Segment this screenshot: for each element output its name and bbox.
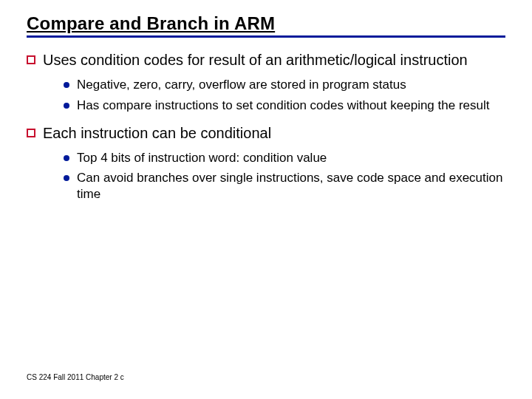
sub-bullet-text: Negative, zero, carry, overflow are stor… xyxy=(77,78,406,92)
sub-bullet-item: Can avoid branches over single instructi… xyxy=(64,170,505,202)
dot-bullet-icon xyxy=(64,155,69,161)
bullet-list: Uses condition codes for result of an ar… xyxy=(27,51,505,202)
sub-bullet-text: Has compare instructions to set conditio… xyxy=(77,98,489,112)
sub-bullet-item: Top 4 bits of instruction word: conditio… xyxy=(64,150,505,166)
slide-footer: CS 224 Fall 2011 Chapter 2 c xyxy=(27,373,124,381)
sub-bullet-item: Has compare instructions to set conditio… xyxy=(64,98,505,114)
dot-bullet-icon xyxy=(64,175,69,181)
slide: Compare and Branch in ARM Uses condition… xyxy=(0,0,532,399)
bullet-item: Each instruction can be conditional Top … xyxy=(27,124,505,202)
sub-bullet-text: Can avoid branches over single instructi… xyxy=(77,171,502,201)
dot-bullet-icon xyxy=(64,103,69,109)
bullet-text: Uses condition codes for result of an ar… xyxy=(43,52,468,68)
bullet-item: Uses condition codes for result of an ar… xyxy=(27,51,505,114)
sub-bullet-list: Negative, zero, carry, overflow are stor… xyxy=(64,77,505,114)
bullet-text: Each instruction can be conditional xyxy=(43,125,271,141)
square-bullet-icon xyxy=(27,55,35,64)
sub-bullet-item: Negative, zero, carry, overflow are stor… xyxy=(64,77,505,93)
sub-bullet-text: Top 4 bits of instruction word: conditio… xyxy=(77,151,327,165)
title-underline: Compare and Branch in ARM xyxy=(27,13,505,38)
sub-bullet-list: Top 4 bits of instruction word: conditio… xyxy=(64,150,505,202)
slide-title: Compare and Branch in ARM xyxy=(27,13,505,34)
dot-bullet-icon xyxy=(64,82,69,88)
square-bullet-icon xyxy=(27,129,35,137)
